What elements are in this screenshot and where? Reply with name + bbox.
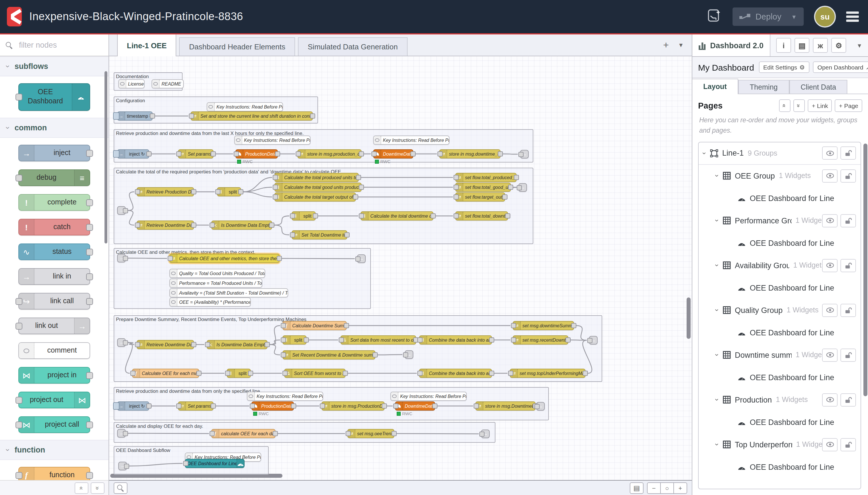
expand-all-categories-button[interactable]: » xyxy=(91,482,104,494)
node-port-in[interactable] xyxy=(534,404,539,409)
dashboard-tree-row-availability-group[interactable]: ›Availability Group1 Widgets xyxy=(699,254,861,276)
node-port-out[interactable] xyxy=(571,323,576,328)
node-port-out[interactable] xyxy=(505,213,510,219)
canvas-search-button[interactable] xyxy=(114,482,127,494)
node-port-in[interactable] xyxy=(209,223,214,228)
flow-node-split[interactable]: ‖split xyxy=(292,211,316,221)
info-button[interactable]: i xyxy=(776,38,791,53)
flow-node-set-msg-downtimesummery[interactable]: ⇄set msg.downtimeSummery xyxy=(513,321,574,330)
node-port-out[interactable] xyxy=(123,431,128,436)
visibility-toggle-button[interactable] xyxy=(822,348,837,361)
flow-node-inject[interactable]: →inject ↻ xyxy=(117,402,149,411)
node-port-in[interactable] xyxy=(16,396,22,404)
chevron-down-icon[interactable]: › xyxy=(713,398,721,401)
flow-node-link-out[interactable]: → xyxy=(405,350,413,359)
node-port-in[interactable] xyxy=(205,342,210,347)
node-port-out[interactable] xyxy=(508,185,513,190)
node-port-in[interactable] xyxy=(295,151,300,156)
dashboard-tree-row-oee-dashboard-for-line-1[interactable]: OEE Dashboard for Line 1 xyxy=(699,321,861,344)
dashboard-tree-row-oee-dashboard-for-line-1[interactable]: OEE Dashboard for Line 1 xyxy=(699,276,861,299)
lock-toggle-button[interactable] xyxy=(840,438,856,451)
node-port-out[interactable] xyxy=(489,337,494,343)
chevron-down-icon[interactable]: › xyxy=(700,152,708,154)
node-port-in[interactable] xyxy=(16,322,22,329)
palette-node-project-in[interactable]: ⋈project in xyxy=(18,367,90,383)
node-port-in[interactable] xyxy=(135,223,140,228)
flow-node-set-params[interactable]: ⇄Set params xyxy=(178,402,213,411)
flow-list-caret-icon[interactable]: ▼ xyxy=(678,42,684,48)
node-port-out[interactable] xyxy=(391,431,396,436)
add-page-button[interactable]: + Page xyxy=(835,99,862,112)
node-port-in[interactable] xyxy=(290,232,295,237)
flow-node-set-recent-downtime-downtime-summery-to[interactable]: ⇄Set Recent Downtime & Downtime summery … xyxy=(282,350,376,359)
palette-node-link-out[interactable]: link out→ xyxy=(18,318,90,334)
flow-node-link-in[interactable]: → xyxy=(117,206,126,215)
flow-node-split[interactable]: ‖split xyxy=(217,187,241,197)
node-port-in[interactable] xyxy=(417,337,422,343)
flow-node-calculate-oee-for-each-day[interactable]: fcalculate OEE for each day xyxy=(211,429,276,438)
node-port-in[interactable] xyxy=(176,404,181,409)
node-port-out[interactable] xyxy=(359,151,364,156)
visibility-toggle-button[interactable] xyxy=(822,214,837,227)
lock-toggle-button[interactable] xyxy=(840,147,856,160)
dashboard-tree-row-oee-dashboard-for-line-1[interactable]: OEE Dashboard for Line 1 xyxy=(699,456,861,478)
visibility-toggle-button[interactable] xyxy=(822,169,837,182)
node-port-in[interactable] xyxy=(453,213,458,219)
collapse-all-button[interactable]: « xyxy=(779,99,791,112)
node-port-in[interactable] xyxy=(355,256,360,261)
node-port-out[interactable] xyxy=(146,151,151,156)
canvas-vertical-scrollbar[interactable] xyxy=(687,297,691,339)
node-port-in[interactable] xyxy=(371,151,376,156)
palette-node-catch[interactable]: !catch xyxy=(18,219,90,236)
flow-canvas[interactable]: DocumentationConfigurationRetrieve produ… xyxy=(109,56,692,480)
node-port-out[interactable] xyxy=(146,404,151,409)
node-port-out[interactable] xyxy=(210,404,215,409)
flow-node-sort-data-from-most-recent-to-oldest[interactable]: ⇅Sort data from most recent to oldest xyxy=(341,335,416,344)
node-port-in[interactable] xyxy=(273,185,278,190)
visibility-toggle-button[interactable] xyxy=(822,393,837,406)
dashboard-tree-row-production[interactable]: ›Production1 Widgets xyxy=(699,389,861,411)
palette-node-inject[interactable]: →inject xyxy=(18,145,90,161)
flow-node-quality-total-good-units-produced-total-[interactable]: Quality = Total Good Units Produced / To… xyxy=(169,269,265,278)
flow-node-oee-dashboard-for-line-1[interactable]: OEE Dashboard for Line 1 xyxy=(185,459,245,468)
node-port-out[interactable] xyxy=(303,337,309,343)
node-port-out[interactable] xyxy=(238,189,243,194)
dashboard-tree-row-oee-dashboard-for-line-1[interactable]: OEE Dashboard for Line 1 xyxy=(699,366,861,389)
node-port-out[interactable] xyxy=(191,342,196,347)
node-port-in[interactable] xyxy=(249,404,255,409)
node-port-out[interactable] xyxy=(355,175,361,180)
tab-dashboard-header-elements[interactable]: Dashboard Header Elements xyxy=(179,37,295,56)
flow-node-retrieve-downtime-data[interactable]: ⇄Retrieve Downtime Data xyxy=(137,340,194,349)
palette-node-debug[interactable]: debug≡ xyxy=(18,169,90,186)
node-port-out[interactable] xyxy=(86,298,93,305)
node-port-in[interactable] xyxy=(16,421,22,428)
visibility-toggle-button[interactable] xyxy=(822,304,837,317)
node-port-out[interactable] xyxy=(344,232,349,237)
node-port-out[interactable] xyxy=(359,185,364,190)
node-port-in[interactable] xyxy=(403,352,408,357)
node-port-out[interactable] xyxy=(124,463,129,468)
node-port-out[interactable] xyxy=(276,256,282,261)
node-port-out[interactable] xyxy=(264,342,270,347)
flow-node-downtimedata[interactable]: DowntimeDataRWC xyxy=(373,149,413,158)
visibility-toggle-button[interactable] xyxy=(822,438,837,451)
flow-node-split[interactable]: ‖split xyxy=(227,369,251,378)
node-port-in[interactable] xyxy=(209,431,214,436)
flow-node-key-instructions-read-before-proceeding[interactable]: Key Instructions: Read Before Proceeding xyxy=(207,102,283,112)
node-port-out[interactable] xyxy=(432,404,437,409)
node-port-in[interactable] xyxy=(183,461,188,466)
flow-node-set-flow-total-downtime[interactable]: ⇄set flow.total_downtime xyxy=(455,211,508,221)
node-port-out[interactable] xyxy=(313,213,318,219)
flow-node-sort-oee-from-worst-to-best[interactable]: ⇅Sort OEE from worst to best xyxy=(284,369,346,378)
lock-toggle-button[interactable] xyxy=(840,259,856,272)
chevron-down-icon[interactable]: › xyxy=(713,443,721,446)
node-port-out[interactable] xyxy=(310,114,315,119)
palette-section-header-common[interactable]: ›common xyxy=(0,118,108,138)
palette-node-project-call[interactable]: ⋈project call xyxy=(18,416,90,433)
dashboard-tree-row-top-underperformi[interactable]: ›Top Underperformi...1 Widgets xyxy=(699,433,861,456)
node-port-in[interactable] xyxy=(437,151,442,156)
node-port-out[interactable] xyxy=(86,199,93,206)
zoom-in-button[interactable]: + xyxy=(673,482,687,494)
node-port-out[interactable] xyxy=(210,151,215,156)
lock-toggle-button[interactable] xyxy=(840,393,856,406)
